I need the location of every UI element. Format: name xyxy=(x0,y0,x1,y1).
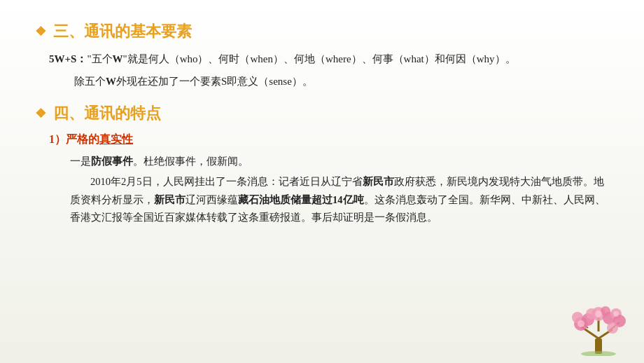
fw-description: "五个W"就是何人（who）、何时（when）、何地（where）、何事（wha… xyxy=(87,53,515,64)
point-bold-1: 防假事件 xyxy=(91,156,133,167)
xinmin-city: 新民市 xyxy=(363,176,394,187)
subsection-1-bold: 真实性 xyxy=(99,133,133,145)
svg-point-16 xyxy=(578,320,584,327)
fw-line: 5W+S："五个W"就是何人（who）、何时（when）、何地（where）、何… xyxy=(49,50,609,69)
point-line-1: 一是防假事件。杜绝假事件，假新闻。 xyxy=(70,153,609,170)
section-3-title-text: 三、通讯的基本要素 xyxy=(53,21,192,42)
subsection-1-title: 1）严格的真实性 xyxy=(49,132,609,147)
oil-detail: 藏石油地质储量超过14亿吨 xyxy=(238,194,364,205)
section-3: ❖ 三、通讯的基本要素 5W+S："五个W"就是何人（who）、何时（when）… xyxy=(35,21,609,90)
flower-decoration xyxy=(567,300,630,356)
svg-point-18 xyxy=(613,311,619,317)
fw-label: 5W+S： xyxy=(49,53,87,64)
slide: ❖ 三、通讯的基本要素 5W+S："五个W"就是何人（who）、何时（when）… xyxy=(0,0,644,363)
svg-point-13 xyxy=(607,322,618,334)
point-para-1: 2010年2月5日，人民网挂出了一条消息：记者近日从辽宁省新民市政府获悉，新民境… xyxy=(70,173,609,226)
flower-tree-svg xyxy=(567,300,630,356)
section-4-title-text: 四、通讯的特点 xyxy=(53,103,161,124)
subsection-1-number: 1）严格的真实性 xyxy=(49,133,133,145)
section-4-content: 1）严格的真实性 一是防假事件。杜绝假事件，假新闻。 2010年2月5日，人民网… xyxy=(35,132,609,227)
sense-line: 除五个W外现在还加了一个要素S即意义（sense）。 xyxy=(49,73,609,91)
sense-text: 除五个W外现在还加了一个要素S即意义（sense）。 xyxy=(74,76,313,87)
svg-point-15 xyxy=(601,306,610,316)
section-3-content: 5W+S："五个W"就是何人（who）、何时（when）、何地（where）、何… xyxy=(35,50,609,90)
xinmin-detail: 新民市 xyxy=(154,194,186,205)
svg-point-17 xyxy=(595,310,602,317)
section-4: ❖ 四、通讯的特点 1）严格的真实性 一是防假事件。杜绝假事件，假新闻。 201… xyxy=(35,103,609,227)
subsection-1: 1）严格的真实性 一是防假事件。杜绝假事件，假新闻。 2010年2月5日，人民网… xyxy=(49,132,609,227)
section-3-title: ❖ 三、通讯的基本要素 xyxy=(35,21,609,42)
bullet-4: ❖ xyxy=(35,106,46,121)
subsection-1-body: 一是防假事件。杜绝假事件，假新闻。 2010年2月5日，人民网挂出了一条消息：记… xyxy=(49,153,609,227)
bullet-3: ❖ xyxy=(35,24,46,39)
svg-point-19 xyxy=(581,351,616,356)
section-4-title: ❖ 四、通讯的特点 xyxy=(35,103,609,124)
